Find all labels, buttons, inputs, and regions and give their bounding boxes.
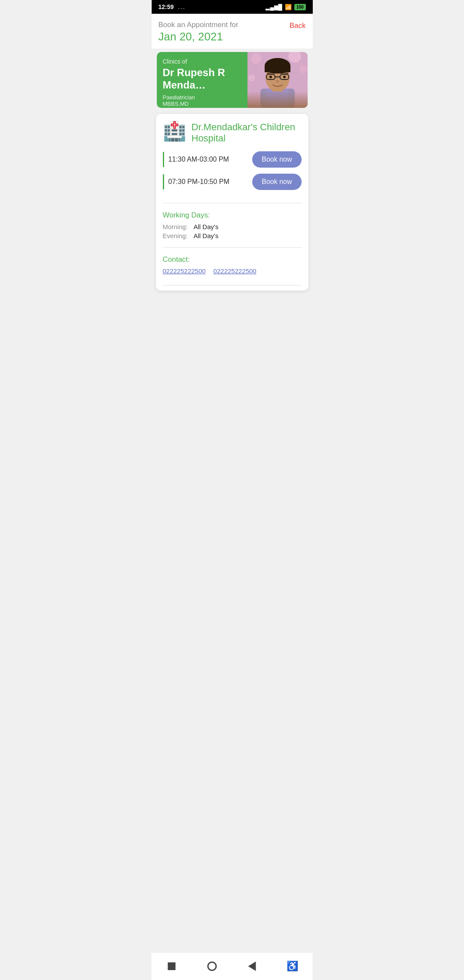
doctor-name: Dr Rupesh R Menda…	[163, 67, 241, 92]
time-slot-left-2: 07:30 PM-10:50 PM	[163, 174, 229, 190]
stop-icon	[168, 962, 175, 970]
header-left: Book an Appointment for Jan 20, 2021	[159, 21, 238, 43]
svg-point-3	[299, 65, 308, 74]
working-days-section: Working Days: Morning: All Day's Evening…	[156, 205, 308, 245]
doctor-banner: Clinics of Dr Rupesh R Menda… Paediatric…	[157, 52, 308, 108]
time-slot-row-2: 07:30 PM-10:50 PM Book now	[163, 174, 302, 190]
svg-rect-6	[267, 89, 288, 108]
contact-title: Contact:	[163, 255, 302, 264]
evening-value: All Day's	[194, 232, 219, 239]
svg-point-15	[283, 76, 286, 78]
svg-point-4	[248, 74, 255, 81]
time-text-1: 11:30 AM-03:00 PM	[168, 156, 229, 163]
time-slot-row-1: 11:30 AM-03:00 PM Book now	[163, 151, 302, 168]
hospital-icon: 🏥	[163, 122, 186, 141]
status-time: 12:59	[159, 3, 174, 10]
clinics-of-label: Clinics of	[163, 58, 241, 65]
time-slot-left-1: 11:30 AM-03:00 PM	[163, 152, 229, 167]
book-now-button-1[interactable]: Book now	[252, 151, 301, 168]
svg-point-14	[269, 76, 272, 78]
doctor-photo	[247, 52, 308, 108]
battery-icon: 100	[294, 4, 306, 10]
book-now-button-2[interactable]: Book now	[252, 174, 301, 190]
status-bar: 12:59 ... ▂▄▆█ 📶 100	[152, 0, 313, 14]
evening-row: Evening: All Day's	[163, 232, 302, 239]
contact-section: Contact: 022225222500 022225222500	[156, 249, 308, 279]
accessibility-button[interactable]: ♿	[284, 958, 301, 975]
evening-label: Evening:	[163, 232, 194, 239]
divider-2	[163, 247, 302, 248]
morning-label: Morning:	[163, 223, 194, 230]
svg-rect-10	[265, 66, 290, 72]
signal-icon: ▂▄▆█	[266, 4, 282, 10]
svg-rect-5	[260, 89, 295, 108]
home-icon	[207, 962, 217, 971]
back-arrow-icon	[248, 962, 256, 971]
doctor-speciality: Paediatrician	[163, 94, 241, 101]
doctor-qualification: MBBS,MD	[163, 101, 241, 107]
divider-3	[163, 285, 302, 285]
doctor-photo-simulation	[247, 52, 308, 108]
contact-number-1[interactable]: 022225222500	[163, 267, 206, 275]
appointment-date: Jan 20, 2021	[159, 30, 238, 43]
home-button[interactable]	[203, 958, 220, 975]
back-nav-button[interactable]	[244, 958, 261, 975]
status-icons: ▂▄▆█ 📶 100	[266, 4, 305, 10]
back-button[interactable]: Back	[290, 21, 306, 30]
hospital-card: 🏥 Dr.Mendadkar's Children Hospital 11:30…	[156, 114, 308, 291]
banner-text: Clinics of Dr Rupesh R Menda… Paediatric…	[157, 52, 247, 108]
hospital-info: 🏥 Dr.Mendadkar's Children Hospital	[156, 114, 308, 150]
working-days-title: Working Days:	[163, 211, 302, 220]
time-slots: 11:30 AM-03:00 PM Book now 07:30 PM-10:5…	[156, 150, 308, 201]
status-dots: ...	[178, 3, 186, 10]
wifi-icon: 📶	[285, 4, 292, 10]
morning-row: Morning: All Day's	[163, 223, 302, 230]
stop-button[interactable]	[163, 958, 180, 975]
time-bar-2	[163, 174, 164, 190]
header: Book an Appointment for Jan 20, 2021 Bac…	[152, 14, 313, 49]
divider-1	[163, 203, 302, 203]
time-text-2: 07:30 PM-10:50 PM	[168, 178, 229, 186]
svg-point-1	[251, 53, 261, 64]
morning-value: All Day's	[194, 223, 219, 230]
contact-numbers: 022225222500 022225222500	[163, 267, 302, 275]
hospital-name: Dr.Mendadkar's Children Hospital	[192, 122, 302, 144]
nav-bar: ♿	[152, 952, 313, 980]
time-bar-1	[163, 152, 164, 167]
svg-point-16	[276, 80, 279, 83]
accessibility-icon: ♿	[287, 961, 298, 972]
appointment-subtitle: Book an Appointment for	[159, 21, 238, 29]
contact-number-2[interactable]: 022225222500	[214, 267, 256, 275]
